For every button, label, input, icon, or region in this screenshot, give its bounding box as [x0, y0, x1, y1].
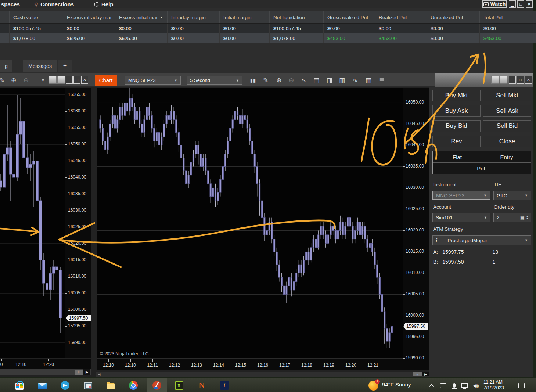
menu-connections[interactable]: ⚲ Connections: [34, 0, 74, 8]
window-tile-button[interactable]: [49, 76, 57, 84]
snipping-tool-icon[interactable]: [83, 380, 93, 391]
interval-dropdown[interactable]: 5 Second ▼: [187, 76, 242, 85]
table-row[interactable]: $100,057.45$0.00$0.00$0.00$0.00$100,057.…: [0, 24, 536, 33]
buy-bid-button[interactable]: Buy Bid: [432, 120, 481, 132]
sell-mkt-button[interactable]: Sell Mkt: [483, 90, 531, 101]
chart-maximize-button[interactable]: □: [517, 76, 524, 84]
cursor-icon[interactable]: ↖: [299, 75, 309, 85]
reverse-button[interactable]: Rev: [432, 136, 481, 147]
notification-center-icon[interactable]: [516, 380, 526, 391]
calculator-icon[interactable]: ▦: [520, 215, 525, 220]
y-axis-label: 16045.00: [68, 158, 86, 163]
table-row[interactable]: $1,078.00$625.00$625.00$0.00$0.00$1,078.…: [0, 33, 536, 43]
chart-window-tile-button-2[interactable]: [500, 76, 507, 84]
zoom-out-icon[interactable]: ⊖: [21, 75, 31, 85]
mini-chart-plot[interactable]: [0, 88, 65, 358]
stepper-down-icon[interactable]: ▾: [526, 217, 528, 220]
microsoft-store-icon[interactable]: [14, 380, 25, 391]
candlestick-style-icon[interactable]: ▮▮: [248, 75, 258, 85]
atm-strategy-value: ProchargedMopar: [447, 238, 487, 243]
menu-help[interactable]: Help: [94, 0, 114, 8]
window-maximize-button[interactable]: □: [517, 0, 524, 8]
main-chart-plot[interactable]: [97, 88, 403, 359]
window-tile-button-2[interactable]: [57, 76, 65, 84]
buy-ask-button[interactable]: Buy Ask: [432, 105, 481, 117]
weather-label[interactable]: 94°F Sunny: [382, 381, 411, 388]
ninjatrader-taskbar-icon[interactable]: N: [197, 380, 207, 391]
scrollbar-grip[interactable]: ⣿: [413, 372, 422, 376]
report-icon[interactable]: ▤: [312, 75, 321, 85]
y-axis-tick: [403, 252, 405, 252]
scroll-right-button[interactable]: ▶: [422, 372, 429, 376]
zoom-in-icon[interactable]: ⊕: [9, 75, 18, 85]
tray-expand-icon[interactable]: [426, 380, 436, 391]
panel-minimize-button[interactable]: ▁: [66, 76, 73, 84]
account-dropdown[interactable]: Sim101 ▼: [432, 213, 490, 222]
cast-icon[interactable]: [438, 380, 448, 391]
atm-strategy-dropdown[interactable]: i ProchargedMopar ▼: [432, 235, 531, 245]
strategy-icon[interactable]: ▦: [364, 75, 373, 85]
main-chart-time-axis[interactable]: 12:1012:1012:1112:1212:1312:1412:1512:16…: [97, 359, 429, 370]
mail-icon[interactable]: [37, 380, 47, 391]
menu-workspaces[interactable]: spaces: [1, 0, 20, 8]
y-axis-label: 16035.00: [406, 163, 424, 169]
panel-layout-icon[interactable]: ◨: [325, 75, 334, 85]
chart-close-button[interactable]: ✕: [525, 76, 532, 84]
sell-ask-button[interactable]: Sell Ask: [483, 105, 531, 117]
title-app-icon[interactable]: t: [219, 380, 230, 391]
table-cell: $0.00: [220, 33, 270, 43]
capture-app-icon[interactable]: [152, 380, 162, 391]
tif-value: GTC: [497, 193, 507, 198]
y-axis-tick: [65, 227, 67, 227]
order-qty-input[interactable]: 2 ▦ ▴ ▾: [493, 213, 531, 222]
list-icon[interactable]: ≣: [377, 75, 386, 85]
network-icon[interactable]: [459, 380, 470, 391]
main-chart-price-axis[interactable]: 16050.0016045.0016040.0016035.0016030.00…: [403, 88, 429, 359]
pencil-partial-icon[interactable]: ✎: [0, 75, 7, 85]
y-axis-label: 16020.00: [406, 227, 424, 233]
window-minimize-button[interactable]: ▁: [509, 0, 516, 8]
line-indicator-icon[interactable]: ∿: [350, 75, 360, 85]
telegram-icon[interactable]: [60, 380, 70, 391]
panel-maximize-button[interactable]: □: [73, 76, 80, 84]
tif-dropdown[interactable]: GTC ▼: [493, 191, 531, 200]
mini-chart-scrollbar[interactable]: ⣿ ▶: [0, 369, 91, 375]
account-table-header[interactable]: Cash valueExcess intraday marExcess init…: [0, 11, 536, 24]
microphone-icon[interactable]: [449, 380, 459, 391]
drawing-tools-icon[interactable]: ✎: [261, 75, 270, 85]
chrome-icon[interactable]: [128, 380, 139, 391]
bar-analysis-icon[interactable]: ▥: [337, 75, 347, 85]
watch-button[interactable]: ▶ Watch: [482, 0, 507, 8]
order-instrument-dropdown[interactable]: MNQ SEP23 ▼: [432, 191, 490, 200]
weather-icon[interactable]: 1: [368, 380, 378, 391]
instrument-dropdown[interactable]: MNQ SEP23 ▼: [125, 76, 181, 85]
panel-close-button[interactable]: ✕: [81, 76, 88, 84]
tab-partial[interactable]: g: [0, 60, 12, 72]
chart-minimize-button[interactable]: ▁: [509, 76, 516, 84]
clock[interactable]: 11:21 AM 7/19/2023: [483, 379, 504, 391]
chart-window-tab[interactable]: Chart: [95, 75, 117, 86]
close-position-button[interactable]: Close: [483, 136, 531, 147]
speaker-icon[interactable]: ◀))): [470, 380, 481, 391]
window-close-button[interactable]: ✕: [526, 0, 533, 8]
mini-chart-time-axis[interactable]: 012:1012:20: [0, 359, 91, 369]
scroll-left-button[interactable]: ◀: [97, 372, 102, 376]
file-explorer-icon[interactable]: [105, 380, 116, 391]
tab-messages[interactable]: Messages: [23, 60, 57, 72]
zoom-out-chart-icon[interactable]: ⊖: [287, 75, 296, 85]
qty-stepper[interactable]: ▴ ▾: [526, 215, 528, 220]
zoom-in-chart-icon[interactable]: ⊕: [274, 75, 284, 85]
x-axis-tick: [152, 359, 153, 362]
scroll-right-button[interactable]: ▶: [83, 369, 90, 375]
upload-app-icon[interactable]: ⬆: [174, 380, 184, 391]
sell-bid-button[interactable]: Sell Bid: [483, 120, 531, 132]
buy-mkt-button[interactable]: Buy Mkt: [432, 90, 481, 101]
add-tab-button[interactable]: +: [58, 60, 72, 72]
table-cell: $0.00: [480, 24, 536, 33]
chevron-down-icon[interactable]: ▼: [38, 75, 48, 85]
x-axis-tick: [285, 359, 285, 362]
scrollbar-grip[interactable]: ⣿: [75, 370, 83, 375]
x-axis-label: 12:10: [125, 363, 136, 368]
main-chart-scrollbar[interactable]: ◀ ⣿ ▶: [96, 372, 429, 377]
chart-window-tile-button[interactable]: [491, 76, 499, 84]
